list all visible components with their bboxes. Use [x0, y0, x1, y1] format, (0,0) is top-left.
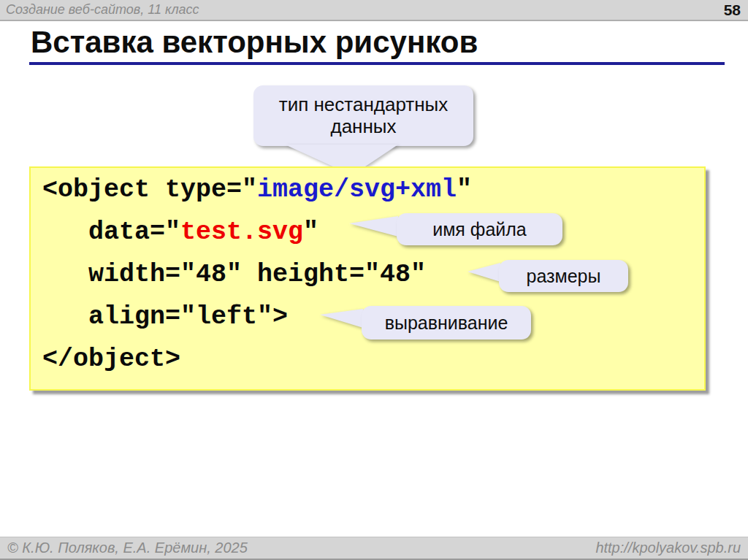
callout-align-label: выравнивание [385, 312, 508, 334]
slide-title: Вставка векторных рисунков [31, 25, 478, 60]
footer-bar: © К.Ю. Поляков, Е.А. Ерёмин, 2025 http:/… [0, 537, 748, 560]
callout-align: выравнивание [362, 306, 531, 340]
callout-size: размеры [499, 260, 628, 292]
title-underline [29, 62, 725, 65]
callout-align-tail [320, 307, 363, 329]
footer-url[interactable]: http://kpolyakov.spb.ru [595, 540, 741, 556]
callout-filename-tail [349, 215, 398, 238]
callout-filename-label: имя файла [432, 219, 527, 240]
page-number: 58 [724, 1, 741, 19]
slide: Создание веб-сайтов, 11 класс 58 Вставка… [0, 0, 748, 560]
header-bar: Создание веб-сайтов, 11 класс 58 [0, 0, 748, 21]
course-title: Создание веб-сайтов, 11 класс [6, 2, 199, 18]
footer-copyright: © К.Ю. Поляков, Е.А. Ерёмин, 2025 [7, 540, 248, 556]
callout-size-label: размеры [527, 266, 601, 287]
callout-size-tail [468, 261, 500, 283]
code-line: <object type="image/svg+xml" [42, 169, 704, 211]
callout-data-type-label: тип нестандартных данных [267, 94, 460, 138]
code-line: </object> [42, 338, 704, 380]
callout-data-type: тип нестандартных данных [253, 85, 473, 146]
callout-filename: имя файла [397, 213, 562, 245]
